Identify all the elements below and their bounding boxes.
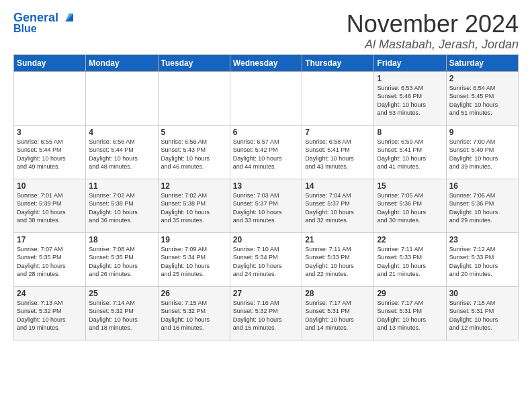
day-info: Sunrise: 7:13 AM Sunset: 5:32 PM Dayligh… xyxy=(17,299,83,332)
calendar-cell: 3Sunrise: 6:55 AM Sunset: 5:44 PM Daylig… xyxy=(14,125,86,179)
calendar-cell: 30Sunrise: 7:18 AM Sunset: 5:31 PM Dayli… xyxy=(446,286,518,340)
day-info: Sunrise: 6:56 AM Sunset: 5:44 PM Dayligh… xyxy=(89,138,154,171)
day-number: 24 xyxy=(17,289,83,298)
calendar-cell: 2Sunrise: 6:54 AM Sunset: 5:45 PM Daylig… xyxy=(446,71,518,125)
day-info: Sunrise: 7:17 AM Sunset: 5:31 PM Dayligh… xyxy=(305,299,371,332)
calendar-cell: 10Sunrise: 7:01 AM Sunset: 5:39 PM Dayli… xyxy=(14,179,86,232)
day-info: Sunrise: 7:04 AM Sunset: 5:37 PM Dayligh… xyxy=(305,191,371,225)
calendar-cell xyxy=(14,71,86,125)
day-info: Sunrise: 7:05 AM Sunset: 5:36 PM Dayligh… xyxy=(377,191,443,225)
page: General Blue November 2024 Al Mastabah, … xyxy=(0,0,532,347)
day-number: 26 xyxy=(161,289,227,298)
day-number: 7 xyxy=(305,128,371,137)
calendar-cell: 20Sunrise: 7:10 AM Sunset: 5:34 PM Dayli… xyxy=(230,232,302,286)
day-number: 19 xyxy=(161,235,227,244)
day-info: Sunrise: 7:07 AM Sunset: 5:35 PM Dayligh… xyxy=(17,245,83,279)
calendar-cell: 9Sunrise: 7:00 AM Sunset: 5:40 PM Daylig… xyxy=(446,125,518,179)
calendar-cell xyxy=(230,71,302,125)
day-info: Sunrise: 6:59 AM Sunset: 5:41 PM Dayligh… xyxy=(377,138,443,171)
day-info: Sunrise: 7:17 AM Sunset: 5:31 PM Dayligh… xyxy=(377,299,443,332)
calendar-cell: 19Sunrise: 7:09 AM Sunset: 5:34 PM Dayli… xyxy=(158,232,230,286)
day-info: Sunrise: 6:57 AM Sunset: 5:42 PM Dayligh… xyxy=(233,138,299,171)
calendar-cell: 17Sunrise: 7:07 AM Sunset: 5:35 PM Dayli… xyxy=(14,232,86,286)
day-info: Sunrise: 7:15 AM Sunset: 5:32 PM Dayligh… xyxy=(161,299,227,332)
day-info: Sunrise: 6:54 AM Sunset: 5:45 PM Dayligh… xyxy=(449,84,515,118)
calendar-cell: 25Sunrise: 7:14 AM Sunset: 5:32 PM Dayli… xyxy=(86,286,158,340)
day-number: 5 xyxy=(161,128,227,137)
day-info: Sunrise: 7:02 AM Sunset: 5:38 PM Dayligh… xyxy=(89,191,154,225)
calendar-cell xyxy=(86,71,158,125)
day-number: 20 xyxy=(233,235,299,244)
day-info: Sunrise: 6:55 AM Sunset: 5:44 PM Dayligh… xyxy=(17,138,83,171)
day-number: 22 xyxy=(377,235,443,244)
col-monday: Monday xyxy=(86,54,158,71)
day-number: 23 xyxy=(449,235,515,244)
day-number: 14 xyxy=(305,181,371,191)
calendar-cell: 13Sunrise: 7:03 AM Sunset: 5:37 PM Dayli… xyxy=(230,179,302,232)
calendar-cell: 11Sunrise: 7:02 AM Sunset: 5:38 PM Dayli… xyxy=(86,179,158,232)
calendar-cell: 26Sunrise: 7:15 AM Sunset: 5:32 PM Dayli… xyxy=(158,286,230,340)
calendar-cell xyxy=(302,71,374,125)
day-info: Sunrise: 7:16 AM Sunset: 5:32 PM Dayligh… xyxy=(233,299,299,332)
calendar-cell: 24Sunrise: 7:13 AM Sunset: 5:32 PM Dayli… xyxy=(14,286,86,340)
col-friday: Friday xyxy=(374,54,446,71)
header-row: Sunday Monday Tuesday Wednesday Thursday… xyxy=(14,54,519,71)
day-info: Sunrise: 7:18 AM Sunset: 5:31 PM Dayligh… xyxy=(449,299,515,332)
day-number: 9 xyxy=(449,128,515,137)
calendar-cell: 7Sunrise: 6:58 AM Sunset: 5:41 PM Daylig… xyxy=(302,125,374,179)
calendar-cell: 28Sunrise: 7:17 AM Sunset: 5:31 PM Dayli… xyxy=(302,286,374,340)
col-saturday: Saturday xyxy=(446,54,518,71)
col-wednesday: Wednesday xyxy=(230,54,302,71)
day-info: Sunrise: 7:06 AM Sunset: 5:36 PM Dayligh… xyxy=(449,191,515,225)
calendar-cell: 4Sunrise: 6:56 AM Sunset: 5:44 PM Daylig… xyxy=(86,125,158,179)
day-number: 27 xyxy=(233,289,299,298)
month-title: November 2024 xyxy=(347,11,519,38)
day-info: Sunrise: 7:03 AM Sunset: 5:37 PM Dayligh… xyxy=(233,191,299,225)
day-info: Sunrise: 7:11 AM Sunset: 5:33 PM Dayligh… xyxy=(305,245,371,279)
calendar-cell: 16Sunrise: 7:06 AM Sunset: 5:36 PM Dayli… xyxy=(446,179,518,232)
day-number: 30 xyxy=(449,289,515,298)
day-number: 2 xyxy=(449,74,515,83)
calendar-cell xyxy=(158,71,230,125)
logo-icon xyxy=(60,8,77,26)
header: General Blue November 2024 Al Mastabah, … xyxy=(13,11,519,52)
calendar-cell: 23Sunrise: 7:12 AM Sunset: 5:33 PM Dayli… xyxy=(446,232,518,286)
day-info: Sunrise: 7:09 AM Sunset: 5:34 PM Dayligh… xyxy=(161,245,227,279)
calendar-cell: 29Sunrise: 7:17 AM Sunset: 5:31 PM Dayli… xyxy=(374,286,446,340)
day-number: 13 xyxy=(233,181,299,191)
calendar-cell: 14Sunrise: 7:04 AM Sunset: 5:37 PM Dayli… xyxy=(302,179,374,232)
calendar-week-2: 3Sunrise: 6:55 AM Sunset: 5:44 PM Daylig… xyxy=(14,125,519,179)
day-info: Sunrise: 7:08 AM Sunset: 5:35 PM Dayligh… xyxy=(89,245,154,279)
location-title: Al Mastabah, Jerash, Jordan xyxy=(347,38,519,52)
day-number: 3 xyxy=(17,128,83,137)
day-number: 28 xyxy=(305,289,371,298)
day-info: Sunrise: 7:00 AM Sunset: 5:40 PM Dayligh… xyxy=(449,138,515,171)
calendar-cell: 8Sunrise: 6:59 AM Sunset: 5:41 PM Daylig… xyxy=(374,125,446,179)
calendar-cell: 12Sunrise: 7:02 AM Sunset: 5:38 PM Dayli… xyxy=(158,179,230,232)
calendar-cell: 15Sunrise: 7:05 AM Sunset: 5:36 PM Dayli… xyxy=(374,179,446,232)
day-info: Sunrise: 6:58 AM Sunset: 5:41 PM Dayligh… xyxy=(305,138,371,171)
day-info: Sunrise: 7:14 AM Sunset: 5:32 PM Dayligh… xyxy=(89,299,154,332)
day-info: Sunrise: 6:53 AM Sunset: 5:46 PM Dayligh… xyxy=(377,84,443,118)
day-number: 16 xyxy=(449,181,515,191)
day-info: Sunrise: 7:12 AM Sunset: 5:33 PM Dayligh… xyxy=(449,245,515,279)
day-number: 15 xyxy=(377,181,443,191)
day-number: 21 xyxy=(305,235,371,244)
day-number: 29 xyxy=(377,289,443,298)
day-number: 25 xyxy=(89,289,154,298)
day-info: Sunrise: 6:56 AM Sunset: 5:43 PM Dayligh… xyxy=(161,138,227,171)
day-number: 17 xyxy=(17,235,83,244)
calendar-cell: 6Sunrise: 6:57 AM Sunset: 5:42 PM Daylig… xyxy=(230,125,302,179)
day-number: 18 xyxy=(89,235,154,244)
title-block: November 2024 Al Mastabah, Jerash, Jorda… xyxy=(347,11,519,52)
calendar-week-1: 1Sunrise: 6:53 AM Sunset: 5:46 PM Daylig… xyxy=(14,71,519,125)
calendar-week-3: 10Sunrise: 7:01 AM Sunset: 5:39 PM Dayli… xyxy=(14,179,519,232)
calendar-week-4: 17Sunrise: 7:07 AM Sunset: 5:35 PM Dayli… xyxy=(14,232,519,286)
calendar-cell: 18Sunrise: 7:08 AM Sunset: 5:35 PM Dayli… xyxy=(86,232,158,286)
col-sunday: Sunday xyxy=(14,54,86,71)
calendar-cell: 5Sunrise: 6:56 AM Sunset: 5:43 PM Daylig… xyxy=(158,125,230,179)
day-number: 4 xyxy=(89,128,154,137)
calendar-cell: 1Sunrise: 6:53 AM Sunset: 5:46 PM Daylig… xyxy=(374,71,446,125)
logo: General Blue xyxy=(13,11,77,35)
col-tuesday: Tuesday xyxy=(158,54,230,71)
